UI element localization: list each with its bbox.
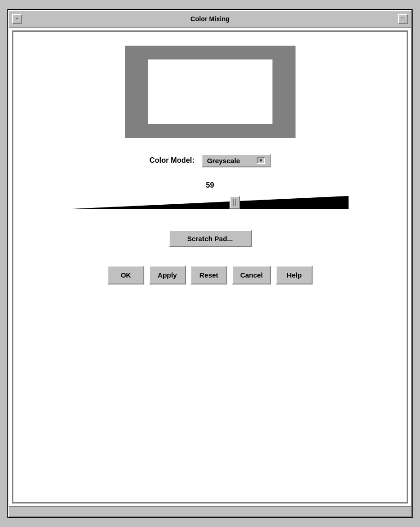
title-bar-right-buttons: □ bbox=[398, 14, 408, 24]
help-button[interactable]: Help bbox=[276, 266, 313, 284]
window-title: Color Mixing bbox=[22, 15, 398, 23]
slider-track bbox=[72, 196, 349, 209]
apply-button[interactable]: Apply bbox=[149, 266, 186, 284]
color-model-value: Greyscale bbox=[207, 157, 240, 165]
window-content: Color Model: Greyscale ▼ 59 bbox=[12, 30, 408, 503]
color-preview-outer bbox=[125, 46, 296, 138]
thumb-line-right bbox=[235, 199, 236, 206]
slider-value-label: 59 bbox=[206, 181, 214, 189]
thumb-line-left bbox=[233, 199, 234, 206]
slider-gradient-svg bbox=[72, 196, 349, 209]
color-model-row: Color Model: Greyscale ▼ bbox=[149, 154, 271, 167]
slider-thumb[interactable] bbox=[230, 196, 240, 209]
dropdown-arrow-icon: ▼ bbox=[257, 157, 265, 164]
cancel-button[interactable]: Cancel bbox=[232, 266, 271, 284]
maximize-button[interactable]: □ bbox=[398, 14, 408, 24]
slider-thumb-wrapper[interactable] bbox=[230, 196, 240, 209]
slider-container[interactable] bbox=[72, 193, 349, 212]
ok-button[interactable]: OK bbox=[107, 266, 144, 284]
color-model-dropdown[interactable]: Greyscale ▼ bbox=[201, 154, 271, 167]
bottom-buttons: OK Apply Reset Cancel Help bbox=[107, 266, 313, 284]
scratch-pad-button[interactable]: Scratch Pad... bbox=[169, 230, 252, 247]
title-bar-left-buttons: − bbox=[12, 14, 22, 24]
reset-button[interactable]: Reset bbox=[190, 266, 227, 284]
slider-section: 59 bbox=[72, 181, 349, 212]
status-bar bbox=[9, 506, 411, 516]
minimize-button[interactable]: − bbox=[12, 14, 22, 24]
color-model-label: Color Model: bbox=[149, 156, 195, 165]
color-preview-inner bbox=[148, 59, 272, 124]
title-bar: − Color Mixing □ bbox=[9, 11, 411, 28]
main-window: − Color Mixing □ Color Model: Greyscale … bbox=[8, 10, 412, 517]
